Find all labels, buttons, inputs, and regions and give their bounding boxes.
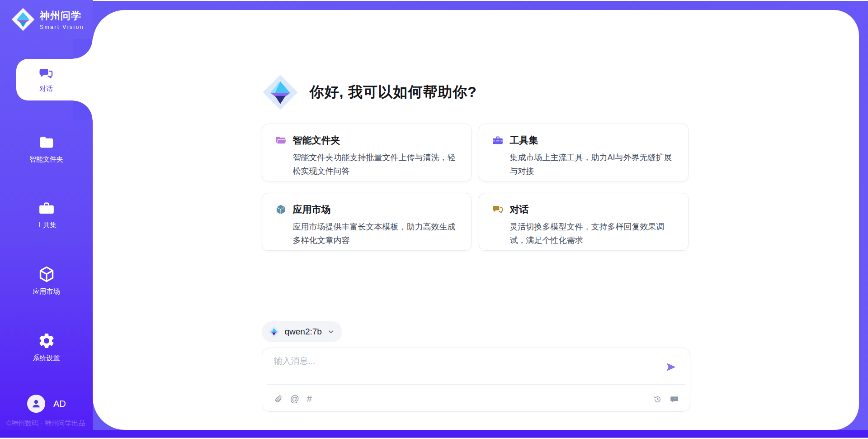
sidebar-item-label: 应用市场 bbox=[33, 287, 60, 296]
composer-tools-left: @ # bbox=[273, 394, 312, 404]
card-description: 集成市场上主流工具，助力AI与外界无缝扩展与对接 bbox=[510, 151, 677, 178]
message-input[interactable] bbox=[274, 355, 663, 381]
send-button[interactable] bbox=[665, 361, 677, 373]
sidebar-item-chat[interactable]: 对话 bbox=[16, 59, 93, 100]
send-icon bbox=[665, 361, 677, 373]
sidebar-item-label: 系统设置 bbox=[33, 354, 60, 363]
card-title: 对话 bbox=[510, 203, 529, 216]
toolbox-icon bbox=[492, 134, 504, 146]
hero-gem-logo-icon bbox=[262, 74, 299, 111]
copyright-footer: ©神州数码 · 神州问学出品 bbox=[6, 419, 85, 428]
sidebar-item-smart-folder[interactable]: 智能文件夹 bbox=[0, 134, 93, 164]
sidebar: 神州问学 Smart Vision 对话 智能文件夹 工具集 应用市场 系统设置… bbox=[0, 0, 93, 430]
main-panel: 你好, 我可以如何帮助你? 智能文件夹 智能文件夹功能支持批量文件上传与清洗，轻… bbox=[93, 10, 859, 430]
toolbox-icon bbox=[38, 200, 55, 217]
user-account[interactable]: AD bbox=[27, 395, 66, 413]
sidebar-item-label: 智能文件夹 bbox=[29, 155, 63, 164]
gear-icon bbox=[38, 332, 56, 350]
brand: 神州问学 Smart Vision bbox=[11, 7, 84, 32]
greeting-block: 你好, 我可以如何帮助你? bbox=[262, 74, 690, 111]
mention-button[interactable]: @ bbox=[290, 394, 299, 404]
gem-logo-icon bbox=[268, 326, 280, 338]
app-cube-icon bbox=[275, 204, 287, 215]
hashtag-button[interactable]: # bbox=[307, 394, 312, 404]
folder-open-icon bbox=[275, 134, 287, 146]
card-smart-folder[interactable]: 智能文件夹 智能文件夹功能支持批量文件上传与清洗，轻松实现文件问答 bbox=[262, 124, 472, 181]
card-title: 智能文件夹 bbox=[293, 134, 340, 147]
sidebar-item-label: 对话 bbox=[39, 85, 53, 93]
sidebar-item-toolset[interactable]: 工具集 bbox=[0, 200, 93, 229]
paperclip-icon bbox=[273, 394, 283, 404]
brand-name: 神州问学 bbox=[40, 9, 84, 23]
quick-phrases-button[interactable] bbox=[670, 395, 679, 404]
feature-cards: 智能文件夹 智能文件夹功能支持批量文件上传与清洗，轻松实现文件问答 工具集 集成… bbox=[262, 124, 690, 251]
composer-divider bbox=[267, 384, 685, 385]
bottom-accent-bar bbox=[0, 430, 868, 438]
history-clock-icon bbox=[653, 395, 662, 404]
card-description: 灵活切换多模型文件，支持多样回复效果调试，满足个性化需求 bbox=[510, 220, 677, 247]
folder-icon bbox=[38, 134, 55, 151]
tab-fillet-bottom bbox=[73, 100, 93, 120]
at-sign-icon: @ bbox=[290, 394, 299, 404]
card-app-market[interactable]: 应用市场 应用市场提供丰富长文本模板，助力高效生成多样化文章内容 bbox=[262, 193, 472, 251]
card-description: 应用市场提供丰富长文本模板，助力高效生成多样化文章内容 bbox=[293, 220, 460, 247]
chat-icon bbox=[492, 204, 504, 215]
sidebar-item-label: 工具集 bbox=[36, 221, 57, 229]
sidebar-item-settings[interactable]: 系统设置 bbox=[0, 332, 93, 363]
card-chat[interactable]: 对话 灵活切换多模型文件，支持多样回复效果调试，满足个性化需求 bbox=[479, 193, 689, 251]
person-icon bbox=[30, 398, 42, 410]
composer-tools-right bbox=[653, 395, 679, 404]
message-composer: @ # bbox=[262, 348, 690, 412]
card-title: 工具集 bbox=[510, 134, 538, 147]
quick-chat-icon bbox=[670, 395, 679, 404]
tab-fillet-top bbox=[73, 39, 93, 59]
card-title: 应用市场 bbox=[293, 203, 331, 216]
model-selector-row: qwen2:7b bbox=[262, 321, 690, 342]
greeting-title: 你好, 我可以如何帮助你? bbox=[310, 82, 477, 102]
model-selector[interactable]: qwen2:7b bbox=[262, 321, 342, 342]
model-name: qwen2:7b bbox=[285, 327, 322, 337]
card-toolset[interactable]: 工具集 集成市场上主流工具，助力AI与外界无缝扩展与对接 bbox=[479, 124, 689, 181]
brand-gem-logo-icon bbox=[11, 7, 35, 32]
card-description: 智能文件夹功能支持批量文件上传与清洗，轻松实现文件问答 bbox=[293, 151, 460, 178]
chat-icon bbox=[38, 66, 54, 81]
user-name: AD bbox=[53, 399, 66, 409]
attachment-button[interactable] bbox=[273, 394, 283, 404]
hash-icon: # bbox=[307, 394, 312, 404]
avatar bbox=[27, 395, 45, 413]
history-button[interactable] bbox=[653, 395, 662, 404]
brand-subtitle: Smart Vision bbox=[40, 24, 84, 30]
cube-icon bbox=[38, 265, 56, 283]
chevron-down-icon bbox=[327, 328, 335, 336]
sidebar-item-app-market[interactable]: 应用市场 bbox=[0, 265, 93, 296]
